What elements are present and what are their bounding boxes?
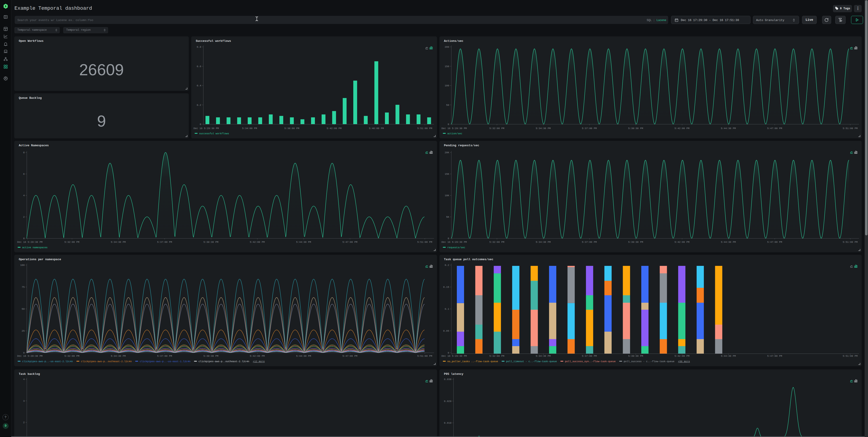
svg-text:5:51:00 PM: 5:51:00 PM: [843, 241, 858, 244]
svg-text:0.029: 0.029: [444, 400, 452, 403]
svg-text:Dec 16 5:29:30 PM: Dec 16 5:29:30 PM: [441, 355, 467, 357]
svg-text:100: 100: [445, 84, 449, 87]
svg-text:200: 200: [445, 46, 449, 49]
svg-text:5K: 5K: [446, 216, 450, 218]
svg-text:5:51:00 PM: 5:51:00 PM: [417, 241, 432, 244]
svg-text:5:37:00 PM: 5:37:00 PM: [582, 241, 597, 244]
svg-text:5:47:00 PM: 5:47:00 PM: [342, 241, 358, 244]
svg-text:action/sec: action/sec: [447, 132, 462, 135]
svg-text:5:39:30 PM: 5:39:30 PM: [204, 355, 218, 357]
svg-text:5:34:00 PM: 5:34:00 PM: [242, 127, 257, 130]
svg-text:5:32:00 PM: 5:32:00 PM: [489, 127, 504, 130]
svg-text:Dec 16 5:29:30 PM: Dec 16 5:29:30 PM: [441, 241, 467, 244]
svg-text:5:34:30 PM: 5:34:30 PM: [536, 355, 551, 357]
svg-text:5:42:00 PM: 5:42:00 PM: [250, 355, 265, 357]
svg-text:10K: 10K: [445, 194, 449, 197]
svg-text:poll_success_syn..-flow-task-q: poll_success_syn..-flow-task-queue: [565, 360, 616, 363]
svg-text:Dec 16 5:29:30 PM: Dec 16 5:29:30 PM: [193, 127, 219, 130]
svg-text:5:32:00 PM: 5:32:00 PM: [489, 355, 504, 357]
svg-text:5:47:00 PM: 5:47:00 PM: [767, 355, 782, 357]
svg-text:poll_timeout · c..-flow-task-q: poll_timeout · c..-flow-task-queue: [506, 360, 557, 363]
svg-text:5:51:00 PM: 5:51:00 PM: [417, 127, 432, 130]
svg-text:5:37:00 PM: 5:37:00 PM: [582, 127, 597, 130]
svg-text:5:37:00 PM: 5:37:00 PM: [582, 355, 597, 357]
svg-text:requests/sec: requests/sec: [447, 246, 465, 249]
svg-text:5:51:00 PM: 5:51:00 PM: [843, 127, 858, 130]
svg-text:0.2: 0.2: [197, 104, 201, 106]
svg-text:5:32:00 PM: 5:32:00 PM: [64, 355, 79, 357]
svg-text:3: 3: [23, 400, 25, 402]
svg-text:0.019: 0.019: [444, 422, 452, 424]
svg-text:4: 4: [23, 194, 25, 197]
svg-text:5:32:00 PM: 5:32:00 PM: [489, 241, 504, 244]
svg-text:0: 0: [447, 123, 449, 126]
svg-text:Dec 16 5:29:30 PM: Dec 16 5:29:30 PM: [17, 355, 42, 357]
svg-text:5:44:30 PM: 5:44:30 PM: [721, 127, 736, 130]
svg-text:5:34:30 PM: 5:34:30 PM: [111, 355, 126, 357]
svg-text:clickpipes-aws-p..outheast-2.l: clickpipes-aws-p..outheast-2.l2c4n: [81, 360, 131, 363]
svg-text:active namespaces: active namespaces: [22, 246, 48, 249]
svg-text:5:44:30 PM: 5:44:30 PM: [296, 241, 311, 244]
svg-text:5:44:30 PM: 5:44:30 PM: [721, 241, 736, 244]
svg-text:5:34:30 PM: 5:34:30 PM: [536, 241, 551, 244]
svg-text:50: 50: [22, 308, 25, 310]
svg-text:5:42:00 PM: 5:42:00 PM: [327, 127, 342, 130]
svg-text:Dec 16 5:29:30 PM: Dec 16 5:29:30 PM: [441, 127, 467, 130]
svg-text:no_poller_tasks ..-flow-task-q: no_poller_tasks ..-flow-task-queue: [447, 360, 498, 363]
svg-text:5:42:00 PM: 5:42:00 PM: [675, 127, 689, 130]
svg-text:150: 150: [445, 65, 449, 68]
svg-text:5:39:30 PM: 5:39:30 PM: [204, 241, 218, 244]
svg-text:0: 0: [447, 237, 449, 240]
svg-text:5:34:30 PM: 5:34:30 PM: [536, 127, 551, 130]
svg-text:successful workflows: successful workflows: [199, 132, 229, 135]
svg-text:0.8: 0.8: [197, 46, 201, 49]
svg-text:+12 more: +12 more: [253, 360, 265, 363]
svg-text:0.2: 0.2: [445, 264, 449, 267]
svg-text:100: 100: [20, 264, 25, 267]
svg-text:5:39:30 PM: 5:39:30 PM: [628, 241, 643, 244]
svg-text:15K: 15K: [445, 173, 449, 176]
svg-text:75: 75: [22, 286, 25, 288]
svg-text:5:44:30 PM: 5:44:30 PM: [296, 355, 311, 357]
svg-text:0.6: 0.6: [197, 65, 201, 68]
svg-text:5:47:00 PM: 5:47:00 PM: [767, 127, 782, 130]
svg-text:0.4: 0.4: [197, 84, 201, 87]
svg-text:2: 2: [23, 421, 25, 424]
svg-text:Dec 16 5:29:30 PM: Dec 16 5:29:30 PM: [17, 241, 42, 244]
svg-text:5:51:00 PM: 5:51:00 PM: [843, 355, 858, 357]
svg-text:6: 6: [23, 173, 25, 176]
svg-text:0.05: 0.05: [443, 330, 449, 332]
svg-text:0: 0: [447, 351, 449, 354]
svg-text:+56 more: +56 more: [678, 360, 690, 363]
svg-text:50: 50: [446, 104, 449, 106]
svg-text:5:46:00 PM: 5:46:00 PM: [369, 127, 384, 130]
svg-text:0.038: 0.038: [444, 378, 452, 381]
svg-text:0.15: 0.15: [443, 286, 449, 288]
svg-text:0: 0: [23, 351, 25, 354]
svg-text:5:44:30 PM: 5:44:30 PM: [721, 355, 736, 357]
svg-text:0: 0: [199, 123, 201, 126]
svg-text:5:42:00 PM: 5:42:00 PM: [675, 241, 689, 244]
svg-text:5:42:00 PM: 5:42:00 PM: [250, 241, 265, 244]
svg-text:4: 4: [23, 378, 25, 381]
svg-text:poll_success · c..-flow-task-q: poll_success · c..-flow-task-queue: [624, 360, 674, 363]
svg-text:20K: 20K: [445, 151, 449, 154]
svg-text:5:32:00 PM: 5:32:00 PM: [64, 241, 79, 244]
svg-text:5:42:00 PM: 5:42:00 PM: [675, 355, 689, 357]
svg-text:5:47:00 PM: 5:47:00 PM: [767, 241, 782, 244]
svg-text:2: 2: [23, 216, 25, 218]
svg-text:clickpipes-aws-p..-us-east-1.l: clickpipes-aws-p..-us-east-1.l2c4n: [140, 360, 190, 363]
svg-text:clickpipes-aws-p..-us-east-2.l: clickpipes-aws-p..-us-east-2.l2c4n: [22, 360, 73, 363]
svg-text:5:37:00 PM: 5:37:00 PM: [157, 241, 172, 244]
svg-text:clickpipes-aws-p..outheast-2.l: clickpipes-aws-p..outheast-2.l2c4n: [198, 360, 249, 363]
svg-text:8: 8: [23, 151, 25, 154]
svg-text:25: 25: [22, 330, 25, 332]
svg-text:5:37:00 PM: 5:37:00 PM: [157, 355, 172, 357]
svg-text:5:47:00 PM: 5:47:00 PM: [342, 355, 358, 357]
svg-text:0: 0: [23, 237, 25, 240]
svg-text:5:34:30 PM: 5:34:30 PM: [111, 241, 126, 244]
svg-text:5:51:00 PM: 5:51:00 PM: [417, 355, 432, 357]
svg-text:0.1: 0.1: [445, 308, 449, 310]
svg-text:5:38:00 PM: 5:38:00 PM: [284, 127, 299, 130]
svg-text:5:39:30 PM: 5:39:30 PM: [628, 355, 643, 357]
